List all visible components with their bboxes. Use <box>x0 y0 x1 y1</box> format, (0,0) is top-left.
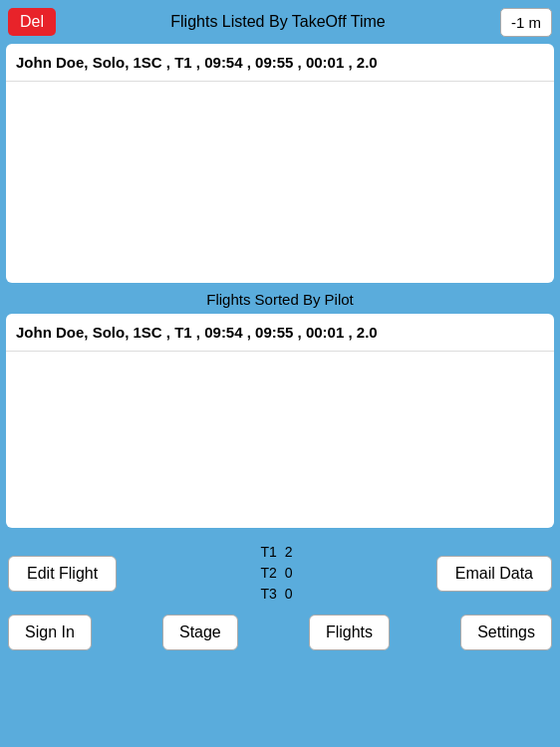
sorted-section: John Doe, Solo, 1SC , T1 , 09:54 , 09:55… <box>6 314 554 528</box>
t1-count-row: T1 2 <box>260 542 292 563</box>
page-title: Flights Listed By TakeOff Time <box>170 13 386 31</box>
t3-count-row: T3 0 <box>260 584 292 605</box>
nav-bar: Sign In Stage Flights Settings <box>0 609 560 656</box>
edit-flight-button[interactable]: Edit Flight <box>8 556 117 592</box>
sorted-flight-row[interactable]: John Doe, Solo, 1SC , T1 , 09:54 , 09:55… <box>6 314 554 352</box>
sign-in-button[interactable]: Sign In <box>8 615 92 650</box>
action-bar: Edit Flight T1 2 T2 0 T3 0 Email Data <box>0 534 560 609</box>
flight-list-row[interactable]: John Doe, Solo, 1SC , T1 , 09:54 , 09:55… <box>6 44 554 82</box>
email-data-button[interactable]: Email Data <box>436 556 552 592</box>
t3-value: 0 <box>285 584 293 605</box>
stage-counts: T1 2 T2 0 T3 0 <box>260 542 292 605</box>
t1-label: T1 <box>260 542 276 563</box>
settings-button[interactable]: Settings <box>460 615 552 650</box>
stage-button[interactable]: Stage <box>162 615 238 650</box>
del-button[interactable]: Del <box>8 8 56 36</box>
t2-value: 0 <box>285 563 293 584</box>
t2-count-row: T2 0 <box>260 563 292 584</box>
t3-label: T3 <box>260 584 276 605</box>
t2-label: T2 <box>260 563 276 584</box>
top-bar: Del Flights Listed By TakeOff Time -1 m <box>0 0 560 44</box>
flights-button[interactable]: Flights <box>309 615 390 650</box>
minus-button[interactable]: -1 m <box>500 8 552 37</box>
t1-value: 2 <box>285 542 293 563</box>
sorted-section-label: Flights Sorted By Pilot <box>0 283 560 314</box>
flight-list-section: John Doe, Solo, 1SC , T1 , 09:54 , 09:55… <box>6 44 554 283</box>
